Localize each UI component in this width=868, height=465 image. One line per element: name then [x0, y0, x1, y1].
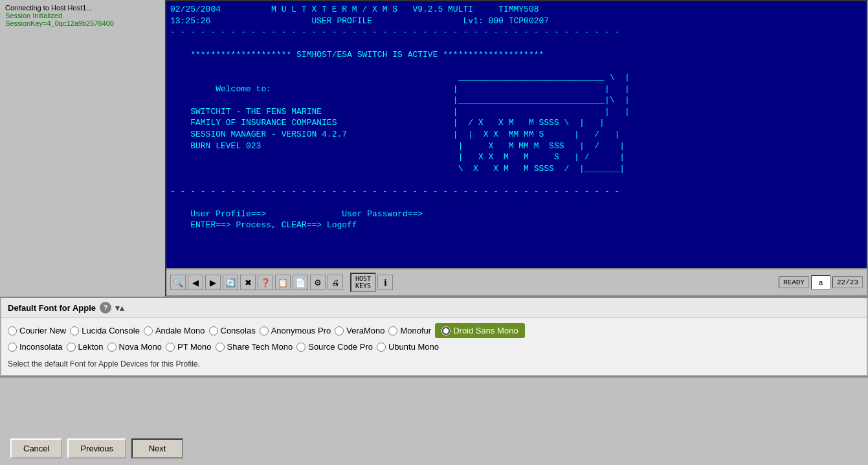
sidebar-session-key: SessionKey=4_0qc12a9b2576400	[5, 19, 160, 27]
toolbar-icon-copy[interactable]: 📋	[275, 275, 291, 290]
font-option-inconsolata[interactable]: Inconsolata	[8, 342, 63, 352]
toolbar-icon-info[interactable]: ℹ	[377, 275, 393, 290]
font-option-droid-sans-mono[interactable]: Droid Sans Mono	[435, 323, 524, 338]
sidebar-initialized: Session Initialized.	[5, 12, 160, 19]
terminal-toolbar: 🔍 ◀ ▶ 🔄 ✖ ❓ 📋 📄 ⚙ 🖨 HOSTKEYS ℹ READY 22/…	[166, 268, 867, 295]
terminal-screen[interactable]: 02/25/2004 M U L T X T E R M / X M S V9.…	[166, 1, 867, 268]
font-dialog: Default Font for Apple ? ▾▴ Courier New …	[0, 298, 868, 376]
sidebar: Connecting to Host Host1... Session Init…	[0, 0, 165, 297]
font-option-monofur[interactable]: Monofur	[388, 326, 431, 335]
toolbar-icon-stop[interactable]: ✖	[240, 275, 256, 290]
font-panel-header: Default Font for Apple ? ▾▴	[1, 298, 867, 318]
toolbar-icon-paste[interactable]: 📄	[293, 275, 308, 290]
font-expand-icon[interactable]: ▾▴	[115, 302, 124, 313]
bottom-navigation: Cancel Previous Next	[0, 376, 868, 465]
font-option-nova-mono[interactable]: Nova Mono	[107, 342, 162, 352]
font-options-row1: Courier New Lucida Console Andale Mono C…	[1, 318, 867, 341]
font-option-lucida-console[interactable]: Lucida Console	[70, 326, 140, 335]
terminal-status: READY	[779, 277, 809, 288]
sidebar-connecting: Connecting to Host Host1...	[5, 4, 160, 12]
toolbar-icon-back[interactable]: ◀	[188, 275, 203, 290]
terminal-wrapper: 02/25/2004 M U L T X T E R M / X M S V9.…	[165, 0, 868, 297]
font-option-andale-mono[interactable]: Andale Mono	[144, 326, 205, 335]
font-option-ubuntu-mono[interactable]: Ubuntu Mono	[377, 342, 439, 352]
font-option-anonymous-pro[interactable]: Anonymous Pro	[260, 326, 331, 335]
cancel-button[interactable]: Cancel	[10, 438, 62, 459]
toolbar-icon-print[interactable]: 🖨	[328, 275, 343, 290]
previous-button[interactable]: Previous	[67, 438, 126, 459]
font-panel-title: Default Font for Apple	[8, 303, 96, 313]
terminal-input[interactable]	[811, 275, 830, 289]
terminal-position: 22/23	[832, 277, 863, 288]
font-option-source-code-pro[interactable]: Source Code Pro	[296, 342, 373, 352]
toolbar-icon-help[interactable]: ❓	[258, 275, 273, 290]
terminal-content: 02/25/2004 M U L T X T E R M / X M S V9.…	[170, 5, 630, 230]
host-keys-button[interactable]: HOSTKEYS	[350, 273, 376, 292]
toolbar-icon-refresh[interactable]: 🔄	[223, 275, 238, 290]
font-option-pt-mono[interactable]: PT Mono	[166, 342, 212, 352]
toolbar-icon-forward[interactable]: ▶	[205, 275, 221, 290]
font-option-share-tech-mono[interactable]: Share Tech Mono	[216, 342, 293, 352]
font-description: Select the default Font for Apple Device…	[1, 357, 867, 375]
font-option-consolas[interactable]: Consolas	[209, 326, 256, 335]
next-button[interactable]: Next	[131, 438, 183, 459]
toolbar-icon-settings[interactable]: ⚙	[310, 275, 326, 290]
font-option-veramono[interactable]: VeraMono	[335, 326, 384, 335]
font-option-courier-new[interactable]: Courier New	[8, 326, 66, 335]
font-help-icon[interactable]: ?	[100, 302, 111, 313]
toolbar-icon-search[interactable]: 🔍	[170, 275, 186, 290]
font-options-row2: Inconsolata Lekton Nova Mono PT Mono Sha…	[1, 341, 867, 357]
font-option-lekton[interactable]: Lekton	[67, 342, 104, 352]
